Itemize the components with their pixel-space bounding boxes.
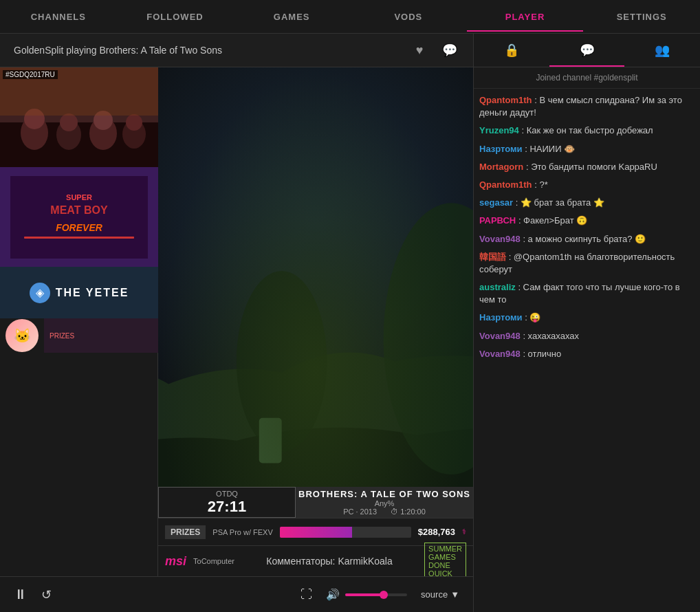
game-logo-box: SUPER MEAT BOY FOREVER bbox=[0, 167, 158, 267]
yetee-box: ◈ THE YETEE bbox=[0, 267, 158, 318]
nav-followed[interactable]: FOLLOWED bbox=[117, 2, 234, 32]
favorite-icon[interactable]: ♥ bbox=[410, 41, 429, 60]
svg-rect-11 bbox=[10, 176, 148, 259]
sgdq-logo: SUMMERGAMESDONEQUICK bbox=[424, 543, 466, 576]
chat-username[interactable]: Назртоми bbox=[479, 144, 523, 154]
prizes-amount: $288,763 bbox=[418, 527, 455, 537]
chat-message: Vovan948 : а можно скипнуть брата? 🙂 bbox=[479, 233, 694, 245]
svg-text:FOREVER: FOREVER bbox=[56, 222, 103, 233]
chat-message: Назртоми : 😜 bbox=[479, 312, 694, 324]
chat-username[interactable]: Vovan948 bbox=[479, 331, 521, 341]
chat-message: РАРВСН : Факел>Брат 🙃 bbox=[479, 215, 694, 227]
chat-username[interactable]: Назртоми bbox=[479, 312, 523, 323]
chat-icon[interactable]: 💬 bbox=[440, 41, 459, 60]
prizes-text-bar: PRIZES bbox=[44, 318, 158, 353]
chat-username[interactable]: РАРВСН bbox=[479, 215, 516, 226]
commentators-text: Комментаторы: KarmikKoala bbox=[241, 556, 417, 567]
svg-rect-15 bbox=[24, 237, 134, 239]
stream-sidebar: #SGDQ2017RU bbox=[0, 67, 158, 576]
chat-text: : хахахахахах bbox=[523, 331, 579, 341]
chat-message: Qpantom1th : В чем смысл спидрана? Им за… bbox=[479, 94, 694, 119]
video-player[interactable]: #SGDQ2017RU bbox=[0, 67, 473, 576]
quality-selector[interactable]: source ▼ bbox=[421, 589, 459, 600]
svg-text:SUPER: SUPER bbox=[66, 193, 92, 201]
chat-tabs: 🔒 💬 👥 bbox=[474, 34, 700, 67]
chat-username[interactable]: segasar bbox=[479, 197, 513, 208]
video-section: GoldenSplit playing Brothers: A Tale of … bbox=[0, 34, 473, 612]
volume-area: 🔊 bbox=[326, 588, 407, 601]
chat-message: Mortagorn : Это бандиты помоги KappaRU bbox=[479, 161, 694, 173]
chat-tab-messages[interactable]: 💬 bbox=[549, 34, 625, 67]
chat-username[interactable]: 韓国語 bbox=[479, 252, 506, 262]
game-meta: Any% bbox=[375, 499, 395, 507]
chat-bubble-icon: 💬 bbox=[580, 43, 595, 58]
game-timer: 27:11 bbox=[208, 498, 246, 516]
yetee-icon: ◈ bbox=[30, 283, 50, 303]
game-platform-row: PC · 2013 ⏱ 1:20:00 bbox=[343, 507, 426, 516]
prizes-fill bbox=[280, 527, 352, 538]
nav-player[interactable]: PLAYER bbox=[467, 2, 584, 32]
video-title: GoldenSplit playing Brothers: A Tale of … bbox=[14, 45, 410, 56]
game-logo-svg: SUPER MEAT BOY FOREVER bbox=[10, 176, 148, 259]
chat-joined-message: Joined channel #goldensplit bbox=[474, 67, 700, 89]
chat-username[interactable]: Qpantom1th bbox=[479, 179, 532, 190]
users-icon: 👥 bbox=[655, 43, 670, 58]
yetee-text: THE YETEE bbox=[56, 287, 129, 299]
chat-text: : @Qpantom1th на благотворительность соб… bbox=[479, 252, 675, 274]
stream-main: OTDQ 27:11 BROTHERS: A TALE OF TWO SONS … bbox=[158, 67, 473, 576]
chat-message: Назртоми : НАИИИ 🐵 bbox=[479, 143, 694, 155]
chat-username[interactable]: Yruzen94 bbox=[479, 125, 519, 135]
volume-slider[interactable] bbox=[345, 593, 407, 596]
chat-username[interactable]: Vovan948 bbox=[479, 349, 521, 359]
chat-message: Vovan948 : хахахахахах bbox=[479, 330, 694, 342]
chat-text: : Факел>Брат 🙃 bbox=[518, 215, 587, 226]
volume-fill bbox=[345, 593, 382, 596]
webcam-content bbox=[0, 67, 158, 167]
doctors-logo: ⚕ bbox=[462, 527, 466, 536]
main-content: GoldenSplit playing Brothers: A Tale of … bbox=[0, 34, 700, 612]
chat-text: : а можно скипнуть брата? 🙂 bbox=[523, 234, 646, 244]
nav-settings[interactable]: SETTINGS bbox=[583, 2, 700, 32]
fullscreen-button[interactable]: ⛶ bbox=[300, 588, 312, 602]
quality-label: source bbox=[421, 589, 448, 600]
game-overlay: OTDQ 27:11 BROTHERS: A TALE OF TWO SONS … bbox=[158, 487, 473, 518]
chat-text: : ?* bbox=[534, 179, 548, 190]
chat-username[interactable]: Mortagorn bbox=[479, 162, 523, 172]
chat-text: : Это бандиты помоги KappaRU bbox=[526, 162, 657, 172]
avatar-bar: 🐱 PRIZES bbox=[0, 318, 158, 353]
chat-tab-users[interactable]: 👥 bbox=[624, 34, 700, 67]
chat-tab-lock[interactable]: 🔒 bbox=[474, 34, 549, 67]
otdq-label: OTDQ bbox=[216, 490, 238, 498]
game-name: BROTHERS: A TALE OF TWO SONS bbox=[298, 489, 470, 499]
webcam-label: #SGDQ2017RU bbox=[3, 70, 58, 79]
nav-vods[interactable]: VODS bbox=[350, 2, 467, 32]
webcam-box: #SGDQ2017RU bbox=[0, 67, 158, 167]
commentators-bar: msi ToComputer Комментаторы: KarmikKoala… bbox=[158, 545, 473, 576]
play-pause-button[interactable]: ⏸ bbox=[14, 587, 28, 602]
chat-text: : НАИИИ 🐵 bbox=[525, 144, 575, 154]
chat-panel: 🔒 💬 👥 Joined channel #goldensplit Qpanto… bbox=[473, 34, 700, 612]
game-timer-box: OTDQ 27:11 bbox=[158, 487, 296, 518]
chat-username[interactable]: australiz bbox=[479, 282, 516, 292]
game-time: ⏱ 1:20:00 bbox=[391, 507, 426, 516]
video-controls: ⏸ ↺ ⛶ 🔊 source ▼ bbox=[0, 576, 473, 612]
chat-text: : ⭐ брат за брата ⭐ bbox=[516, 197, 604, 208]
chat-username[interactable]: Vovan948 bbox=[479, 234, 521, 244]
chat-username[interactable]: Qpantom1th bbox=[479, 95, 532, 105]
chat-text: : 😜 bbox=[525, 312, 540, 323]
nav-channels[interactable]: CHANNELS bbox=[0, 2, 117, 32]
webcam-svg bbox=[0, 67, 158, 167]
chat-message: Vovan948 : отлично bbox=[479, 348, 694, 360]
volume-button[interactable]: 🔊 bbox=[326, 588, 340, 601]
svg-point-18 bbox=[237, 271, 327, 452]
nav-games[interactable]: GAMES bbox=[233, 2, 350, 32]
svg-text:MEAT BOY: MEAT BOY bbox=[50, 204, 108, 216]
runner-text: PSA Pro w/ FEXV bbox=[212, 528, 272, 536]
game-platform: PC · 2013 bbox=[343, 507, 377, 516]
refresh-button[interactable]: ↺ bbox=[41, 587, 52, 602]
prizes-progress-bar bbox=[280, 527, 411, 538]
chat-text: : Как же он так быстро добежал bbox=[521, 125, 653, 135]
chat-message: Yruzen94 : Как же он так быстро добежал bbox=[479, 124, 694, 137]
svg-rect-20 bbox=[259, 418, 282, 463]
game-category: Any% bbox=[375, 499, 395, 507]
